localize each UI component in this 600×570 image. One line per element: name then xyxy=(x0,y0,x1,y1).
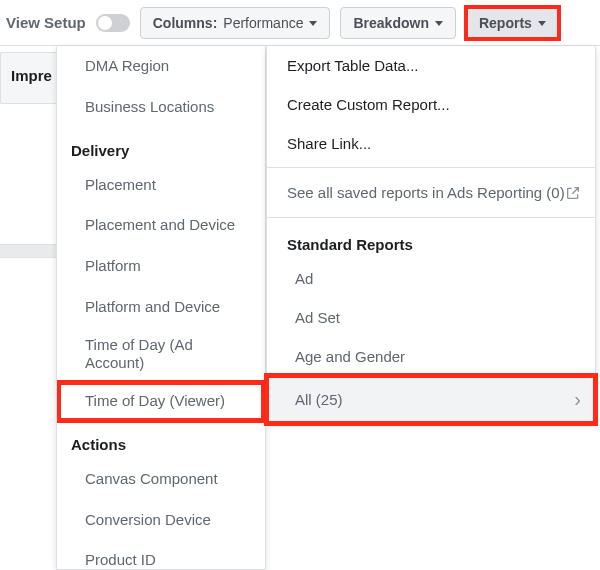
reports-item-label: Share Link... xyxy=(287,135,371,152)
external-link-icon xyxy=(565,185,581,201)
reports-saved-label: See all saved reports in Ads Reporting (… xyxy=(287,184,565,201)
breakdown-item-business-locations[interactable]: Business Locations xyxy=(57,87,265,128)
reports-dropdown: Export Table Data... Create Custom Repor… xyxy=(266,46,596,424)
content-area: Impre DMA Region Business Locations Deli… xyxy=(0,46,600,570)
reports-saved-link[interactable]: See all saved reports in Ads Reporting (… xyxy=(267,172,595,213)
reports-label: Reports xyxy=(479,15,532,31)
columns-label: Columns: xyxy=(153,15,218,31)
divider xyxy=(267,217,595,218)
reports-button[interactable]: Reports xyxy=(466,7,559,39)
caret-down-icon xyxy=(309,21,317,26)
reports-item-age-gender[interactable]: Age and Gender xyxy=(267,337,595,376)
breakdown-button[interactable]: Breakdown xyxy=(340,7,455,39)
breakdown-item-tod-viewer[interactable]: Time of Day (Viewer) xyxy=(57,381,265,422)
caret-down-icon xyxy=(435,21,443,26)
breakdown-group-actions: Actions xyxy=(57,422,265,459)
breakdown-item-placement[interactable]: Placement xyxy=(57,165,265,206)
caret-down-icon xyxy=(538,21,546,26)
reports-item-all[interactable]: All (25) › xyxy=(267,376,595,423)
divider xyxy=(267,167,595,168)
toolbar: View Setup Columns: Performance Breakdow… xyxy=(0,0,600,46)
breakdown-item-canvas[interactable]: Canvas Component xyxy=(57,459,265,500)
chevron-right-icon: › xyxy=(574,388,581,411)
table-row xyxy=(0,244,56,258)
reports-item-create-custom[interactable]: Create Custom Report... xyxy=(267,85,595,124)
breakdown-item-product-id[interactable]: Product ID xyxy=(57,540,265,570)
reports-item-ad[interactable]: Ad xyxy=(267,259,595,298)
view-setup-toggle[interactable] xyxy=(96,14,130,32)
breakdown-group-delivery: Delivery xyxy=(57,128,265,165)
reports-standard-heading: Standard Reports xyxy=(267,222,595,259)
breakdown-label: Breakdown xyxy=(353,15,428,31)
breakdown-item-placement-device[interactable]: Placement and Device xyxy=(57,205,265,246)
table-header-cell[interactable]: Impre xyxy=(0,52,56,104)
breakdown-dropdown: DMA Region Business Locations Delivery P… xyxy=(56,46,266,570)
breakdown-item-platform[interactable]: Platform xyxy=(57,246,265,287)
reports-item-ad-set[interactable]: Ad Set xyxy=(267,298,595,337)
breakdown-item-dma-region[interactable]: DMA Region xyxy=(57,46,265,87)
reports-item-share-link[interactable]: Share Link... xyxy=(267,124,595,163)
reports-all-highlight: All (25) › xyxy=(267,376,595,423)
reports-all-label: All (25) xyxy=(295,391,343,408)
reports-item-label: Ad xyxy=(295,270,313,287)
view-setup-label: View Setup xyxy=(6,14,86,31)
breakdown-item-tod-account[interactable]: Time of Day (Ad Account) xyxy=(57,328,265,382)
reports-item-export[interactable]: Export Table Data... xyxy=(267,46,595,85)
reports-item-label: Age and Gender xyxy=(295,348,405,365)
reports-button-highlight: Reports xyxy=(466,7,559,39)
breakdown-item-platform-device[interactable]: Platform and Device xyxy=(57,287,265,328)
columns-button[interactable]: Columns: Performance xyxy=(140,7,331,39)
columns-value: Performance xyxy=(223,15,303,31)
reports-item-label: Ad Set xyxy=(295,309,340,326)
breakdown-item-conversion-device[interactable]: Conversion Device xyxy=(57,500,265,541)
reports-item-label: Create Custom Report... xyxy=(287,96,450,113)
reports-item-label: Export Table Data... xyxy=(287,57,418,74)
